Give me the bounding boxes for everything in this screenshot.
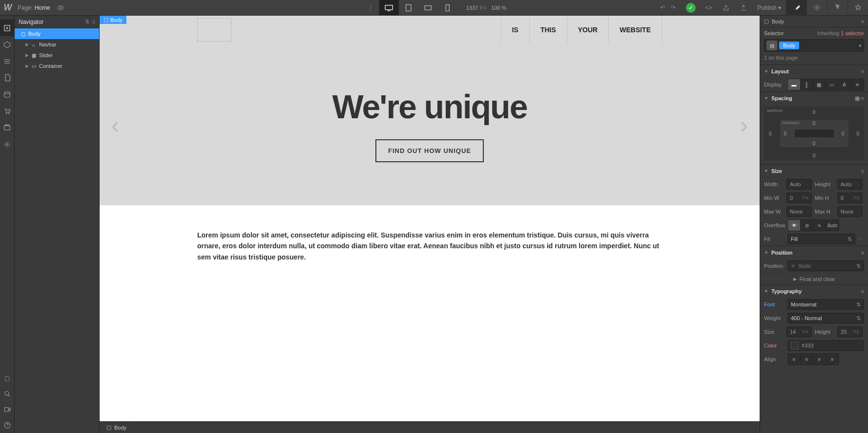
section-menu-icon[interactable]: ≡ xyxy=(861,250,864,256)
menu-icon[interactable]: ≡ xyxy=(861,19,864,24)
display-inline-block-button[interactable]: ▭ xyxy=(826,79,838,90)
chevron-down-icon[interactable]: ▾ xyxy=(859,43,862,49)
help-button[interactable] xyxy=(0,417,15,433)
nav-link-your[interactable]: YOUR xyxy=(567,16,608,44)
position-select[interactable]: ✕ Static⇅ xyxy=(787,260,864,271)
expand-arrow-icon[interactable]: ▶ xyxy=(25,42,30,47)
design-canvas[interactable]: ▢ Body IS THIS YOUR WEBSITE ‹ › We're un… xyxy=(100,16,760,421)
preview-icon[interactable] xyxy=(57,4,64,11)
settings-button[interactable] xyxy=(0,136,15,152)
symbols-button[interactable] xyxy=(0,36,15,53)
float-clear-toggle[interactable]: ▶Float and clear xyxy=(760,273,868,284)
weight-select[interactable]: 400 - Normal⇅ xyxy=(787,313,864,324)
export-icon[interactable] xyxy=(717,0,735,16)
margin-top[interactable]: 0 xyxy=(813,109,816,115)
layout-header[interactable]: ▼Layout≡ xyxy=(760,65,868,78)
padding-right[interactable]: 0 xyxy=(842,131,845,136)
pages-button[interactable] xyxy=(0,69,15,86)
tree-item-navbar[interactable]: ▶ ⌂ Navbar xyxy=(15,39,99,50)
expand-arrow-icon[interactable]: ▶ xyxy=(25,64,30,68)
expand-collapse-icon[interactable]: ⇅ xyxy=(85,19,89,25)
add-elements-button[interactable] xyxy=(0,20,15,36)
align-center-button[interactable]: ≡ xyxy=(801,354,813,365)
element-settings-tab-button[interactable] xyxy=(847,0,868,16)
position-header[interactable]: ▼Position≡ xyxy=(760,246,868,259)
mobile-portrait-button[interactable] xyxy=(438,0,457,16)
nav-link-this[interactable]: THIS xyxy=(529,16,567,44)
nav-link-website[interactable]: WEBSITE xyxy=(608,16,662,44)
slider-prev-icon[interactable]: ‹ xyxy=(111,111,119,138)
selector-chip[interactable]: Body xyxy=(779,42,799,49)
redo-button[interactable]: ↷ xyxy=(664,0,682,16)
lineheight-input[interactable]: 20PX xyxy=(837,326,863,337)
overflow-auto-button[interactable]: Auto xyxy=(826,220,839,231)
hero-heading[interactable]: We're unique xyxy=(332,87,527,126)
page-indicator[interactable]: Page: Home xyxy=(18,4,50,11)
color-input[interactable]: #333 xyxy=(787,340,864,351)
tree-item-body[interactable]: ▢ Body xyxy=(15,28,99,39)
settings-tab-button[interactable] xyxy=(806,0,827,16)
panel-toggle-icon[interactable]: ▯ xyxy=(92,19,95,25)
padding-top[interactable]: 0 xyxy=(813,121,816,126)
maxh-input[interactable]: None- xyxy=(837,206,863,217)
desktop-breakpoint-button[interactable] xyxy=(379,0,399,16)
spacing-header[interactable]: ▼Spacing▣ ≡ xyxy=(760,92,868,105)
mobile-landscape-button[interactable] xyxy=(418,0,438,16)
section-menu-icon[interactable]: ≡ xyxy=(861,288,864,294)
audit-button[interactable]: ▢ xyxy=(0,370,15,386)
video-button[interactable] xyxy=(0,402,15,417)
align-right-button[interactable]: ≡ xyxy=(813,354,826,365)
display-block-button[interactable]: ▬ xyxy=(788,79,801,90)
webflow-logo-icon[interactable]: W xyxy=(0,0,16,16)
slider-next-icon[interactable]: › xyxy=(740,111,748,138)
color-swatch[interactable] xyxy=(791,342,799,349)
hero-cta-button[interactable]: FIND OUT HOW UNIQUE xyxy=(375,139,484,162)
selector-mode-icon[interactable]: ▤ xyxy=(766,41,777,50)
site-navbar[interactable]: IS THIS YOUR WEBSITE xyxy=(100,16,760,44)
maxw-input[interactable]: None- xyxy=(786,206,812,217)
selector-input[interactable]: ▤ Body ▾ xyxy=(764,39,864,52)
section-menu-icon[interactable]: ≡ xyxy=(861,68,864,74)
padding-bottom[interactable]: 0 xyxy=(813,141,816,146)
width-input[interactable]: Auto- xyxy=(786,179,812,190)
inheriting-info[interactable]: Inheriting 1 selector xyxy=(817,30,864,36)
display-inline-button[interactable]: A xyxy=(838,79,851,90)
section-menu-icon[interactable]: ≡ xyxy=(861,168,864,174)
overflow-scroll-button[interactable]: ≡ xyxy=(813,220,826,231)
display-flex-button[interactable]: ║ xyxy=(801,79,813,90)
share-icon[interactable] xyxy=(735,0,752,16)
tablet-breakpoint-button[interactable] xyxy=(399,0,418,16)
navigator-button[interactable] xyxy=(0,53,15,69)
fit-more-icon[interactable]: ⋯ xyxy=(855,236,864,242)
search-button[interactable] xyxy=(0,386,15,402)
section-menu-icon[interactable]: ▣ ≡ xyxy=(855,95,864,102)
logo-placeholder[interactable] xyxy=(197,18,231,42)
status-check-icon[interactable]: ✓ xyxy=(686,3,696,13)
interactions-tab-button[interactable] xyxy=(827,0,847,16)
tree-item-slider[interactable]: ▶ ▦ Slider xyxy=(15,50,99,61)
breadcrumb-body[interactable]: ▢ Body xyxy=(100,422,134,433)
overflow-visible-button[interactable]: 👁 xyxy=(788,220,801,231)
minh-input[interactable]: 0PX xyxy=(837,193,863,203)
ecommerce-button[interactable] xyxy=(0,103,15,119)
style-tab-button[interactable] xyxy=(786,0,806,16)
paragraph-block[interactable]: Lorem ipsum dolor sit amet, consectetur … xyxy=(100,205,760,287)
margin-bottom[interactable]: 0 xyxy=(813,153,816,158)
align-left-button[interactable]: ≡ xyxy=(788,354,801,365)
align-justify-button[interactable]: ≡ xyxy=(826,354,839,365)
spacing-editor[interactable]: MARGIN 0 0 0 0 PADDING 0 0 0 0 xyxy=(764,107,864,160)
height-input[interactable]: Auto- xyxy=(837,179,863,190)
size-input[interactable]: 14PX xyxy=(786,326,812,337)
code-icon[interactable]: <> xyxy=(700,0,717,16)
nav-link-is[interactable]: IS xyxy=(501,16,529,44)
publish-button[interactable]: Publish ▾ xyxy=(752,4,786,11)
margin-right[interactable]: 0 xyxy=(856,131,859,136)
typography-header[interactable]: ▼Typography≡ xyxy=(760,285,868,298)
expand-arrow-icon[interactable]: ▶ xyxy=(25,53,30,58)
fit-select[interactable]: Fill⇅ xyxy=(787,234,855,244)
padding-left[interactable]: 0 xyxy=(784,131,787,136)
assets-button[interactable] xyxy=(0,119,15,136)
tree-item-container[interactable]: ▶ ▭ Container xyxy=(15,61,99,71)
display-none-button[interactable]: ✕ xyxy=(851,79,864,90)
cms-button[interactable] xyxy=(0,86,15,103)
